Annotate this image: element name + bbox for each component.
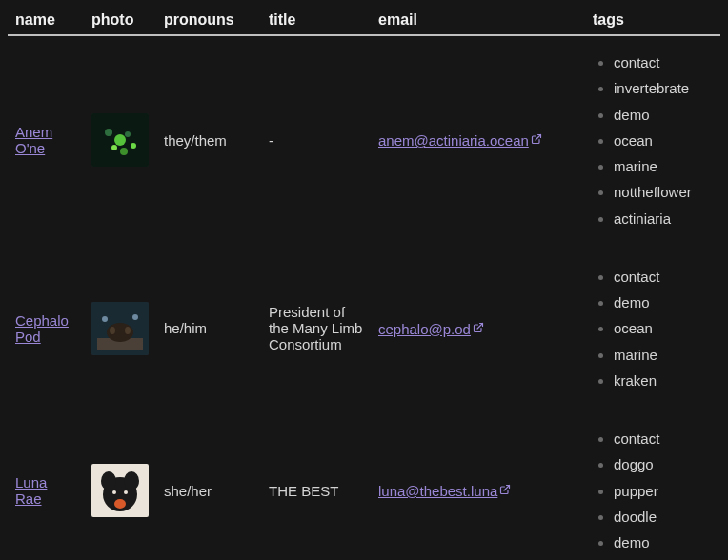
email-text: anem@actiniaria.ocean [378, 132, 529, 149]
contact-tags-list: contact demo ocean marine kraken [593, 266, 713, 391]
contact-name-link[interactable]: Luna Rae [15, 474, 47, 507]
svg-point-20 [114, 499, 126, 509]
svg-point-21 [112, 490, 116, 494]
tag-item: marine [614, 344, 713, 366]
svg-point-11 [110, 327, 115, 334]
tag-item: pupper [614, 480, 713, 502]
svg-point-14 [132, 314, 138, 320]
contact-email-link[interactable]: luna@thebest.luna [378, 483, 511, 499]
contact-email-link[interactable]: cephalo@p.od [378, 321, 484, 337]
contact-title: - [261, 35, 371, 245]
svg-point-22 [124, 490, 128, 494]
contact-email-link[interactable]: anem@actiniaria.ocean [378, 132, 542, 149]
contact-photo [91, 302, 149, 355]
email-text: cephalo@p.od [378, 321, 471, 337]
svg-point-3 [111, 145, 117, 150]
external-link-icon [473, 320, 484, 336]
table-row: Anem O'ne they/them - [8, 35, 720, 245]
contact-tags-list: contact doggo pupper doodle demo [593, 428, 713, 553]
contact-pronouns: he/him [156, 245, 261, 407]
tag-item: doggo [614, 453, 713, 475]
table-row: Cephalo Pod he/him President of the [8, 245, 720, 407]
tag-item: contact [614, 428, 713, 450]
tag-item: ocean [614, 130, 713, 151]
contact-name-link[interactable]: Cephalo Pod [15, 312, 69, 345]
table-header-row: name photo pronouns title email tags [8, 8, 720, 35]
tag-item: invertebrate [614, 77, 713, 99]
contact-title: President of the Many Limb Consortium [261, 245, 371, 407]
svg-point-12 [125, 327, 131, 334]
tag-item: kraken [614, 370, 713, 391]
svg-point-6 [131, 143, 136, 149]
svg-point-2 [114, 134, 126, 146]
tag-item: demo [614, 291, 713, 313]
tag-item: marine [614, 155, 713, 177]
tag-item: nottheflower [614, 181, 713, 203]
tag-item: actiniaria [614, 208, 713, 230]
col-header-tags: tags [585, 8, 720, 35]
tag-item: demo [614, 531, 713, 553]
contact-photo [91, 464, 149, 517]
tag-item: contact [614, 51, 713, 73]
svg-point-1 [105, 129, 112, 136]
svg-line-7 [536, 135, 541, 141]
col-header-title: title [261, 8, 371, 35]
svg-line-23 [504, 486, 510, 491]
svg-point-4 [125, 131, 131, 137]
col-header-photo: photo [84, 8, 156, 35]
table-row: Luna Rae she/her THE BEST [8, 407, 720, 560]
svg-point-18 [101, 471, 116, 490]
tag-item: ocean [614, 317, 713, 339]
col-header-pronouns: pronouns [156, 8, 261, 35]
col-header-name: name [8, 8, 84, 35]
tag-item: demo [614, 104, 713, 126]
email-text: luna@thebest.luna [378, 483, 497, 499]
contact-pronouns: they/them [156, 35, 261, 245]
contact-title: THE BEST [261, 407, 371, 560]
contacts-table: name photo pronouns title email tags Ane… [8, 8, 720, 560]
contact-pronouns: she/her [156, 407, 261, 560]
tag-item: contact [614, 266, 713, 288]
contact-name-link[interactable]: Anem O'ne [15, 124, 52, 156]
contact-photo [91, 113, 149, 167]
col-header-email: email [371, 8, 585, 35]
contact-tags-list: contact invertebrate demo ocean marine n… [593, 51, 713, 230]
tag-item: doodle [614, 506, 713, 528]
svg-point-13 [102, 316, 108, 322]
svg-point-19 [124, 471, 139, 490]
external-link-icon [531, 131, 542, 148]
svg-line-15 [477, 323, 483, 329]
svg-point-5 [120, 148, 128, 155]
external-link-icon [499, 482, 511, 498]
